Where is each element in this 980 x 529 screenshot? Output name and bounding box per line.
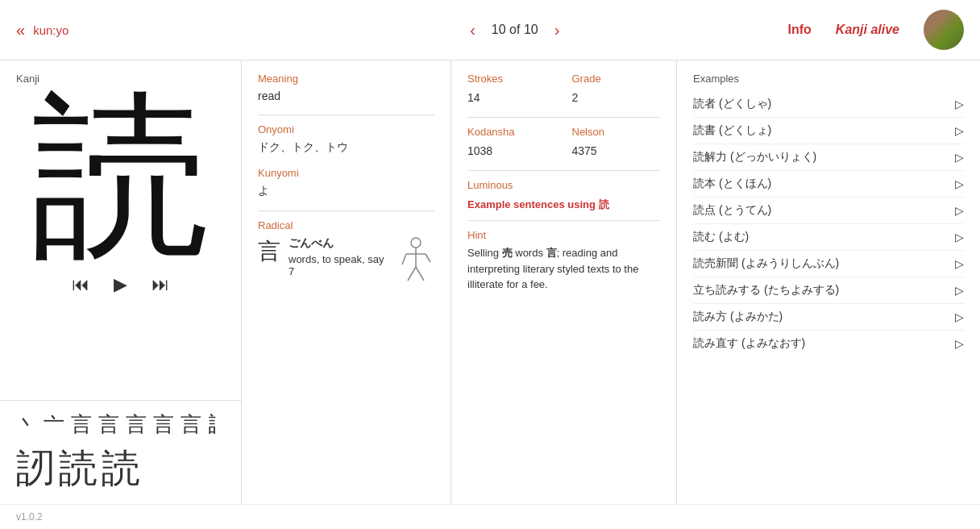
example-text: 読む (よむ) bbox=[693, 230, 749, 244]
examples-column: Examples 読者 (どくしゃ) ▷ 読書 (どくしょ) ▷ 読解力 (どっ… bbox=[677, 60, 980, 504]
example-text: 読売新聞 (よみうりしんぶん) bbox=[693, 256, 839, 271]
example-text: 読み直す (よみなおす) bbox=[693, 336, 805, 351]
radical-description: words, to speak, say bbox=[289, 253, 384, 265]
radical-character: 言 bbox=[258, 236, 280, 267]
kanji-play-button[interactable]: ▶ bbox=[114, 274, 127, 295]
stroke-char: 言 bbox=[181, 410, 201, 439]
radical-figure bbox=[398, 236, 434, 289]
svg-line-4 bbox=[416, 267, 424, 281]
info-grid: Strokes Grade 14 2 bbox=[467, 73, 660, 109]
grade-label: Grade bbox=[572, 73, 661, 85]
meaning-label: Meaning bbox=[258, 73, 434, 85]
play-icon[interactable]: ▷ bbox=[955, 231, 964, 244]
play-icon[interactable]: ▷ bbox=[955, 284, 964, 297]
svg-line-3 bbox=[408, 267, 416, 281]
radical-row: 言 ごんべん words, to speak, say 7 bbox=[258, 236, 434, 289]
kunyomi-label: Kunyomi bbox=[258, 167, 434, 179]
kanji-controls: ⏮ ▶ ⏭ bbox=[16, 274, 225, 295]
example-item[interactable]: 読点 (とうてん) ▷ bbox=[693, 198, 964, 224]
stroke-char: 言 bbox=[153, 410, 174, 439]
stroke-row-2: 訒 読 読 bbox=[16, 443, 225, 494]
stroke-char: 言 bbox=[126, 410, 147, 439]
radical-number: 7 bbox=[289, 265, 384, 277]
kodansha-value: 1038 bbox=[467, 144, 556, 157]
example-text: 読書 (どくしょ) bbox=[693, 123, 771, 138]
stroke-char: 言 bbox=[98, 410, 119, 439]
stroke-char: 亠 bbox=[44, 410, 64, 439]
stroke-char-large: 訒 bbox=[16, 443, 55, 494]
hint-words-kanji: 言 bbox=[546, 247, 557, 259]
nav-left: « kun:yo bbox=[16, 21, 242, 40]
example-text: 読本 (とくほん) bbox=[693, 177, 771, 191]
svg-point-0 bbox=[411, 238, 421, 248]
example-text: 立ち読みする (たちよみする) bbox=[693, 283, 839, 298]
example-text: 読点 (とうてん) bbox=[693, 203, 771, 218]
nelson-label: Nelson bbox=[572, 126, 661, 138]
kanji-prev-button[interactable]: ⏮ bbox=[72, 274, 89, 295]
example-item[interactable]: 読む (よむ) ▷ bbox=[693, 224, 964, 251]
codes-grid: Kodansha Nelson 1038 4375 bbox=[467, 126, 660, 162]
radical-name: ごんべん bbox=[289, 236, 384, 251]
examples-list: 読者 (どくしゃ) ▷ 読書 (どくしょ) ▷ 読解力 (どっかいりょく) ▷ … bbox=[693, 91, 964, 356]
info-link[interactable]: Info bbox=[788, 23, 812, 37]
hint-selling: Selling bbox=[467, 247, 502, 259]
svg-line-6 bbox=[426, 254, 430, 262]
play-icon[interactable]: ▷ bbox=[955, 204, 964, 217]
stroke-char-large: 読 bbox=[59, 443, 98, 494]
example-text: 読者 (どくしゃ) bbox=[693, 97, 771, 111]
back-label[interactable]: kun:yo bbox=[33, 23, 69, 37]
onyomi-label: Onyomi bbox=[258, 123, 434, 135]
strokes-label: Strokes bbox=[467, 73, 556, 85]
top-bar: « kun:yo ‹ 10 of 10 › Info Kanji alive bbox=[0, 0, 980, 60]
stroke-order-section: 丶 亠 言 言 言 言 言 訁 訂 訉 討 訒 読 読 bbox=[0, 400, 241, 504]
example-text: 読み方 (よみかた) bbox=[693, 310, 783, 324]
page-count: 10 of 10 bbox=[492, 23, 538, 37]
stroke-char-large: 読 bbox=[102, 443, 140, 494]
radical-label: Radical bbox=[258, 219, 434, 231]
play-icon[interactable]: ▷ bbox=[955, 257, 964, 270]
pagination-nav: ‹ 10 of 10 › bbox=[242, 21, 788, 40]
kanji-alive-link[interactable]: Kanji alive bbox=[836, 23, 899, 37]
kunyomi-value: よ bbox=[258, 184, 434, 198]
hint-words: words bbox=[513, 247, 546, 259]
example-item[interactable]: 読売新聞 (よみうりしんぶん) ▷ bbox=[693, 251, 964, 277]
kanji-column: Kanji 読 ⏮ ▶ ⏭ 丶 亠 言 言 言 言 言 bbox=[0, 60, 242, 504]
svg-line-5 bbox=[402, 254, 406, 264]
play-icon[interactable]: ▷ bbox=[955, 177, 964, 190]
play-icon[interactable]: ▷ bbox=[955, 98, 964, 110]
onyomi-value: ドク、トク、トウ bbox=[258, 140, 434, 155]
example-item[interactable]: 読み直す (よみなおす) ▷ bbox=[693, 331, 964, 356]
strokes-value: 14 bbox=[467, 91, 556, 104]
nelson-value: 4375 bbox=[572, 144, 661, 157]
examples-section-label: Examples bbox=[693, 73, 964, 85]
play-icon[interactable]: ▷ bbox=[955, 151, 964, 164]
play-icon[interactable]: ▷ bbox=[955, 124, 964, 137]
hint-label: Hint bbox=[467, 229, 660, 241]
kanji-character: 読 bbox=[16, 89, 225, 266]
example-item[interactable]: 読書 (どくしょ) ▷ bbox=[693, 118, 964, 144]
main-content: Kanji 読 ⏮ ▶ ⏭ 丶 亠 言 言 言 言 言 bbox=[0, 60, 980, 504]
example-item[interactable]: 読み方 (よみかた) ▷ bbox=[693, 304, 964, 331]
stroke-row-1: 丶 亠 言 言 言 言 言 訁 訂 訉 討 bbox=[16, 410, 225, 439]
header-right: Info Kanji alive bbox=[788, 10, 964, 50]
example-sentences-link[interactable]: Example sentences using 読 bbox=[467, 198, 609, 210]
back-double-chevron[interactable]: « bbox=[16, 21, 25, 40]
avatar[interactable] bbox=[924, 10, 964, 50]
kanji-next-button[interactable]: ⏭ bbox=[152, 274, 169, 295]
stroke-char: 言 bbox=[71, 410, 92, 439]
meaning-column: Meaning read Onyomi ドク、トク、トウ Kunyomi よ R… bbox=[242, 60, 451, 504]
example-item[interactable]: 読者 (どくしゃ) ▷ bbox=[693, 91, 964, 118]
next-nav-button[interactable]: › bbox=[554, 21, 560, 40]
stroke-char: 訁 bbox=[208, 410, 225, 439]
stroke-char: 丶 bbox=[16, 410, 37, 439]
kanji-display: Kanji 読 ⏮ ▶ ⏭ bbox=[0, 60, 241, 400]
example-item[interactable]: 立ち読みする (たちよみする) ▷ bbox=[693, 277, 964, 304]
example-item[interactable]: 読解力 (どっかいりょく) ▷ bbox=[693, 144, 964, 171]
example-text: 読解力 (どっかいりょく) bbox=[693, 150, 816, 165]
meaning-value: read bbox=[258, 90, 434, 102]
play-icon[interactable]: ▷ bbox=[955, 337, 964, 350]
version-label: v1.0.2 bbox=[0, 504, 980, 529]
play-icon[interactable]: ▷ bbox=[955, 310, 964, 323]
example-item[interactable]: 読本 (とくほん) ▷ bbox=[693, 171, 964, 198]
prev-nav-button[interactable]: ‹ bbox=[470, 21, 475, 40]
